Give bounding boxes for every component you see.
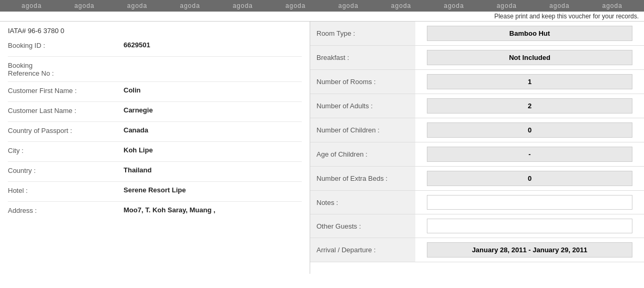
banner-item-9: agoda xyxy=(444,2,464,9)
city-value: Koh Lipe xyxy=(124,146,153,154)
banner-item-10: agoda xyxy=(497,2,517,9)
booking-id-label: Booking ID : xyxy=(8,41,124,49)
room-detail-row: Number of Rooms :1 xyxy=(310,70,644,94)
passport-country-label: Country of Passport : xyxy=(8,126,124,135)
banner-item-6: agoda xyxy=(285,2,305,9)
room-detail-label: Arrival / Departure : xyxy=(310,238,415,262)
value-box: - xyxy=(427,147,632,162)
value-empty-box xyxy=(427,219,632,233)
room-detail-value: - xyxy=(415,142,644,167)
room-detail-row: Age of Children :- xyxy=(310,142,644,167)
room-details-table: Room Type :Bamboo HutBreakfast :Not Incl… xyxy=(310,22,644,262)
city-label: City : xyxy=(8,146,124,155)
iata-number: IATA# 96-6 3780 0 xyxy=(8,27,302,35)
value-empty-box xyxy=(427,195,632,210)
address-label: Address : xyxy=(8,206,124,214)
room-detail-label: Breakfast : xyxy=(310,46,415,70)
room-detail-row: Other Guests : xyxy=(310,214,644,238)
banner-item-2: agoda xyxy=(74,2,94,9)
room-detail-label: Number of Adults : xyxy=(310,94,415,118)
booking-ref-label: Booking Reference No : xyxy=(8,61,124,77)
passport-country-row: Country of Passport : Canada xyxy=(8,122,302,142)
room-detail-label: Notes : xyxy=(310,191,415,214)
room-detail-row: Arrival / Departure :January 28, 2011 - … xyxy=(310,238,644,262)
room-detail-row: Number of Adults :2 xyxy=(310,94,644,118)
country-value: Thailand xyxy=(124,166,151,174)
room-detail-label: Number of Rooms : xyxy=(310,70,415,94)
banner-item-1: agoda xyxy=(22,2,42,9)
left-panel: IATA# 96-6 3780 0 Booking ID : 6629501 B… xyxy=(0,22,310,274)
room-detail-value xyxy=(415,214,644,238)
banner-item-12: agoda xyxy=(602,2,622,9)
hotel-row: Hotel : Serene Resort Lipe xyxy=(8,182,302,202)
room-detail-value: Bamboo Hut xyxy=(415,22,644,46)
last-name-row: Customer Last Name : Carnegie xyxy=(8,102,302,122)
banner-item-5: agoda xyxy=(233,2,253,9)
city-row: City : Koh Lipe xyxy=(8,142,302,162)
room-detail-row: Notes : xyxy=(310,191,644,214)
room-detail-value: 1 xyxy=(415,70,644,94)
first-name-value: Colin xyxy=(124,86,141,94)
last-name-label: Customer Last Name : xyxy=(8,106,124,115)
address-value: Moo7, T. Koh Saray, Muang , xyxy=(124,206,216,214)
address-row: Address : Moo7, T. Koh Saray, Muang , xyxy=(8,202,302,222)
booking-ref-row: Booking Reference No : xyxy=(8,57,302,82)
arrival-value-box: January 28, 2011 - January 29, 2011 xyxy=(427,242,632,258)
value-box: 1 xyxy=(427,74,632,89)
banner-item-7: agoda xyxy=(338,2,358,9)
passport-country-value: Canada xyxy=(124,126,148,134)
agoda-banner: agoda agoda agoda agoda agoda agoda agod… xyxy=(0,0,644,12)
value-box: 2 xyxy=(427,98,632,114)
hotel-value: Serene Resort Lipe xyxy=(124,186,186,194)
room-detail-value: Not Included xyxy=(415,46,644,70)
room-detail-value: 0 xyxy=(415,118,644,142)
room-detail-row: Number of Extra Beds :0 xyxy=(310,167,644,191)
room-detail-label: Age of Children : xyxy=(310,142,415,167)
first-name-label: Customer First Name : xyxy=(8,86,124,95)
booking-id-row: Booking ID : 6629501 xyxy=(8,37,302,57)
room-detail-value xyxy=(415,191,644,214)
room-detail-row: Room Type :Bamboo Hut xyxy=(310,22,644,46)
last-name-value: Carnegie xyxy=(124,106,153,114)
room-detail-label: Number of Children : xyxy=(310,118,415,142)
value-box: 0 xyxy=(427,122,632,138)
country-label: Country : xyxy=(8,166,124,174)
right-panel: Room Type :Bamboo HutBreakfast :Not Incl… xyxy=(310,22,644,274)
top-note: Please print and keep this voucher for y… xyxy=(0,12,644,22)
first-name-row: Customer First Name : Colin xyxy=(8,82,302,102)
room-detail-value: 2 xyxy=(415,94,644,118)
hotel-label: Hotel : xyxy=(8,186,124,194)
booking-id-value: 6629501 xyxy=(124,41,150,49)
room-detail-row: Number of Children :0 xyxy=(310,118,644,142)
room-detail-row: Breakfast :Not Included xyxy=(310,46,644,70)
banner-item-8: agoda xyxy=(391,2,411,9)
room-detail-value: 0 xyxy=(415,167,644,191)
banner-item-3: agoda xyxy=(127,2,147,9)
room-detail-label: Number of Extra Beds : xyxy=(310,167,415,191)
main-content: IATA# 96-6 3780 0 Booking ID : 6629501 B… xyxy=(0,22,644,274)
banner-item-11: agoda xyxy=(549,2,569,9)
value-box: Bamboo Hut xyxy=(427,26,632,41)
room-detail-label: Room Type : xyxy=(310,22,415,46)
value-box: Not Included xyxy=(427,50,632,65)
country-row: Country : Thailand xyxy=(8,162,302,182)
value-box: 0 xyxy=(427,171,632,186)
banner-item-4: agoda xyxy=(180,2,200,9)
room-detail-label: Other Guests : xyxy=(310,214,415,238)
room-detail-value: January 28, 2011 - January 29, 2011 xyxy=(415,238,644,262)
